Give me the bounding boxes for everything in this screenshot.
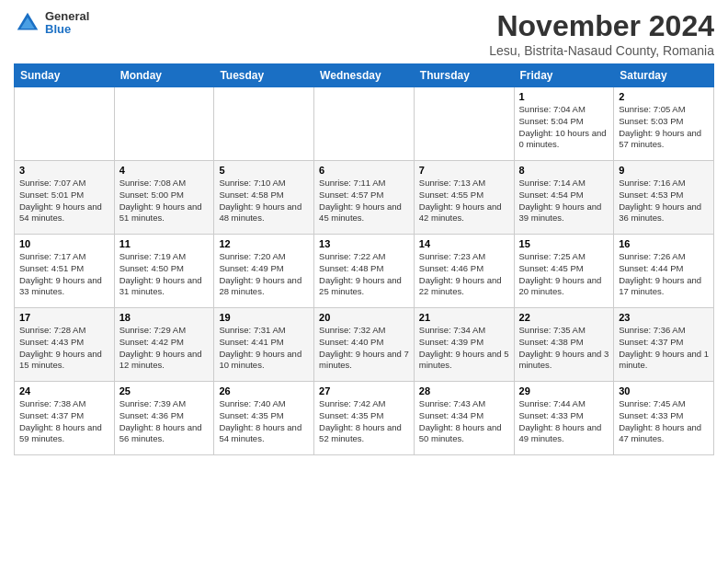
day-info: Sunrise: 7:14 AMSunset: 4:54 PMDaylight:… xyxy=(519,178,609,224)
table-cell xyxy=(414,87,514,161)
table-cell xyxy=(214,87,314,161)
table-cell: 17Sunrise: 7:28 AMSunset: 4:43 PMDayligh… xyxy=(15,308,115,382)
day-info: Sunrise: 7:13 AMSunset: 4:55 PMDaylight:… xyxy=(419,178,509,224)
day-number: 27 xyxy=(319,385,409,396)
day-info: Sunrise: 7:34 AMSunset: 4:39 PMDaylight:… xyxy=(419,325,509,372)
week-row-4: 24Sunrise: 7:38 AMSunset: 4:37 PMDayligh… xyxy=(15,382,714,455)
day-info: Sunrise: 7:04 AMSunset: 5:04 PMDaylight:… xyxy=(519,104,609,151)
day-number: 17 xyxy=(19,312,109,323)
day-number: 26 xyxy=(219,385,309,396)
main-title: November 2024 xyxy=(489,9,714,43)
day-number: 18 xyxy=(119,312,210,323)
table-cell: 22Sunrise: 7:35 AMSunset: 4:38 PMDayligh… xyxy=(514,308,614,382)
table-cell: 19Sunrise: 7:31 AMSunset: 4:41 PMDayligh… xyxy=(214,308,314,382)
day-info: Sunrise: 7:10 AMSunset: 4:58 PMDaylight:… xyxy=(219,178,309,224)
day-info: Sunrise: 7:32 AMSunset: 4:40 PMDaylight:… xyxy=(319,325,409,372)
day-number: 28 xyxy=(419,385,509,396)
logo: General Blue xyxy=(14,9,89,37)
logo-text: General Blue xyxy=(45,10,89,37)
week-row-0: 1Sunrise: 7:04 AMSunset: 5:04 PMDaylight… xyxy=(15,87,714,161)
day-number: 8 xyxy=(519,165,609,176)
table-cell: 8Sunrise: 7:14 AMSunset: 4:54 PMDaylight… xyxy=(514,161,614,235)
day-info: Sunrise: 7:38 AMSunset: 4:37 PMDaylight:… xyxy=(19,398,109,445)
day-number: 16 xyxy=(619,238,709,249)
col-tuesday: Tuesday xyxy=(214,64,314,87)
table-cell: 6Sunrise: 7:11 AMSunset: 4:57 PMDaylight… xyxy=(314,161,415,235)
table-cell: 12Sunrise: 7:20 AMSunset: 4:49 PMDayligh… xyxy=(214,235,314,308)
table-cell: 18Sunrise: 7:29 AMSunset: 4:42 PMDayligh… xyxy=(114,308,214,382)
day-info: Sunrise: 7:28 AMSunset: 4:43 PMDaylight:… xyxy=(19,325,109,372)
day-info: Sunrise: 7:35 AMSunset: 4:38 PMDaylight:… xyxy=(519,325,609,372)
day-number: 22 xyxy=(519,312,609,323)
day-number: 6 xyxy=(319,165,409,176)
col-friday: Friday xyxy=(514,64,614,87)
page: General Blue November 2024 Lesu, Bistrit… xyxy=(0,0,728,563)
table-cell: 20Sunrise: 7:32 AMSunset: 4:40 PMDayligh… xyxy=(314,308,415,382)
day-info: Sunrise: 7:20 AMSunset: 4:49 PMDaylight:… xyxy=(219,251,309,298)
week-row-2: 10Sunrise: 7:17 AMSunset: 4:51 PMDayligh… xyxy=(15,235,714,308)
table-cell: 11Sunrise: 7:19 AMSunset: 4:50 PMDayligh… xyxy=(114,235,214,308)
table-cell: 15Sunrise: 7:25 AMSunset: 4:45 PMDayligh… xyxy=(514,235,614,308)
day-info: Sunrise: 7:44 AMSunset: 4:33 PMDaylight:… xyxy=(519,398,609,445)
day-number: 9 xyxy=(619,165,709,176)
day-info: Sunrise: 7:29 AMSunset: 4:42 PMDaylight:… xyxy=(119,325,210,372)
table-cell: 29Sunrise: 7:44 AMSunset: 4:33 PMDayligh… xyxy=(514,382,614,455)
day-info: Sunrise: 7:22 AMSunset: 4:48 PMDaylight:… xyxy=(319,251,409,298)
table-cell: 2Sunrise: 7:05 AMSunset: 5:03 PMDaylight… xyxy=(614,87,714,161)
week-row-3: 17Sunrise: 7:28 AMSunset: 4:43 PMDayligh… xyxy=(15,308,714,382)
day-number: 5 xyxy=(219,165,309,176)
day-number: 25 xyxy=(119,385,210,396)
day-number: 2 xyxy=(619,91,709,102)
table-cell: 26Sunrise: 7:40 AMSunset: 4:35 PMDayligh… xyxy=(214,382,314,455)
col-monday: Monday xyxy=(114,64,214,87)
day-number: 29 xyxy=(519,385,609,396)
day-info: Sunrise: 7:08 AMSunset: 5:00 PMDaylight:… xyxy=(119,178,210,224)
table-cell: 27Sunrise: 7:42 AMSunset: 4:35 PMDayligh… xyxy=(314,382,415,455)
table-cell: 1Sunrise: 7:04 AMSunset: 5:04 PMDaylight… xyxy=(514,87,614,161)
table-cell: 3Sunrise: 7:07 AMSunset: 5:01 PMDaylight… xyxy=(15,161,115,235)
table-cell: 4Sunrise: 7:08 AMSunset: 5:00 PMDaylight… xyxy=(114,161,214,235)
day-info: Sunrise: 7:23 AMSunset: 4:46 PMDaylight:… xyxy=(419,251,509,298)
day-info: Sunrise: 7:19 AMSunset: 4:50 PMDaylight:… xyxy=(119,251,210,298)
day-number: 12 xyxy=(219,238,309,249)
logo-icon xyxy=(14,9,41,37)
day-number: 10 xyxy=(19,238,109,249)
col-saturday: Saturday xyxy=(614,64,714,87)
day-info: Sunrise: 7:07 AMSunset: 5:01 PMDaylight:… xyxy=(19,178,109,224)
day-info: Sunrise: 7:25 AMSunset: 4:45 PMDaylight:… xyxy=(519,251,609,298)
table-cell: 10Sunrise: 7:17 AMSunset: 4:51 PMDayligh… xyxy=(15,235,115,308)
table-cell: 24Sunrise: 7:38 AMSunset: 4:37 PMDayligh… xyxy=(15,382,115,455)
table-cell xyxy=(114,87,214,161)
day-number: 7 xyxy=(419,165,509,176)
day-number: 24 xyxy=(19,385,109,396)
table-cell: 14Sunrise: 7:23 AMSunset: 4:46 PMDayligh… xyxy=(414,235,514,308)
table-cell: 30Sunrise: 7:45 AMSunset: 4:33 PMDayligh… xyxy=(614,382,714,455)
day-info: Sunrise: 7:40 AMSunset: 4:35 PMDaylight:… xyxy=(219,398,309,445)
day-info: Sunrise: 7:45 AMSunset: 4:33 PMDaylight:… xyxy=(619,398,709,445)
table-cell xyxy=(314,87,415,161)
title-section: November 2024 Lesu, Bistrita-Nasaud Coun… xyxy=(489,9,714,58)
table-cell: 23Sunrise: 7:36 AMSunset: 4:37 PMDayligh… xyxy=(614,308,714,382)
day-number: 30 xyxy=(619,385,709,396)
day-info: Sunrise: 7:36 AMSunset: 4:37 PMDaylight:… xyxy=(619,325,709,372)
col-sunday: Sunday xyxy=(15,64,115,87)
week-row-1: 3Sunrise: 7:07 AMSunset: 5:01 PMDaylight… xyxy=(15,161,714,235)
table-cell: 25Sunrise: 7:39 AMSunset: 4:36 PMDayligh… xyxy=(114,382,214,455)
day-number: 23 xyxy=(619,312,709,323)
day-info: Sunrise: 7:11 AMSunset: 4:57 PMDaylight:… xyxy=(319,178,409,224)
day-info: Sunrise: 7:16 AMSunset: 4:53 PMDaylight:… xyxy=(619,178,709,224)
col-wednesday: Wednesday xyxy=(314,64,415,87)
day-number: 11 xyxy=(119,238,210,249)
day-number: 20 xyxy=(319,312,409,323)
day-info: Sunrise: 7:26 AMSunset: 4:44 PMDaylight:… xyxy=(619,251,709,298)
day-info: Sunrise: 7:42 AMSunset: 4:35 PMDaylight:… xyxy=(319,398,409,445)
table-cell: 13Sunrise: 7:22 AMSunset: 4:48 PMDayligh… xyxy=(314,235,415,308)
day-number: 3 xyxy=(19,165,109,176)
day-info: Sunrise: 7:43 AMSunset: 4:34 PMDaylight:… xyxy=(419,398,509,445)
day-info: Sunrise: 7:17 AMSunset: 4:51 PMDaylight:… xyxy=(19,251,109,298)
table-cell: 21Sunrise: 7:34 AMSunset: 4:39 PMDayligh… xyxy=(414,308,514,382)
subtitle: Lesu, Bistrita-Nasaud County, Romania xyxy=(489,43,714,58)
day-number: 4 xyxy=(119,165,210,176)
day-number: 1 xyxy=(519,91,609,102)
table-cell: 28Sunrise: 7:43 AMSunset: 4:34 PMDayligh… xyxy=(414,382,514,455)
